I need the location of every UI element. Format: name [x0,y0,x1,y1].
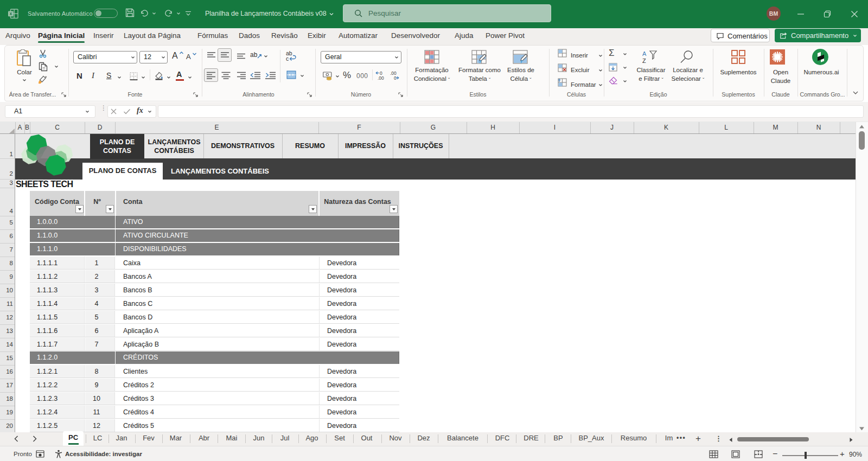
svg-text:x: x [9,11,12,16]
svg-text:c: c [286,55,289,61]
svg-text:.00: .00 [378,75,384,80]
svg-text:ab: ab [250,51,258,59]
svg-text:Z: Z [642,57,646,64]
svg-text:A: A [642,50,647,57]
